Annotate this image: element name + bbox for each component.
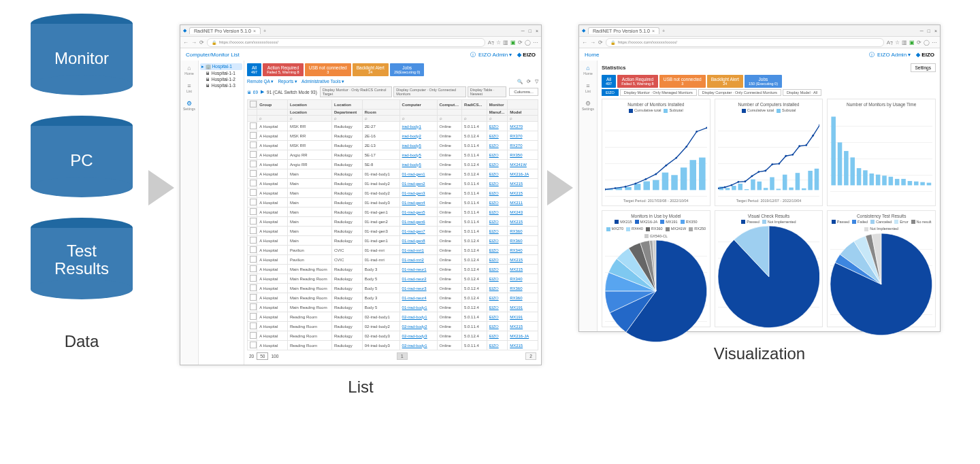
nav-item-list[interactable]: ≡List: [585, 82, 591, 93]
row-checkbox[interactable]: [250, 332, 257, 339]
row-checkbox[interactable]: [250, 322, 257, 329]
cell-link[interactable]: 01-irad-mri2: [402, 258, 424, 262]
nav-forward-icon[interactable]: →: [191, 39, 197, 46]
cell-link[interactable]: EIZO: [489, 296, 499, 300]
extension-icon[interactable]: ▣: [510, 39, 516, 46]
cell-link[interactable]: EIZO: [489, 248, 499, 252]
cell-link[interactable]: MX216-JA: [510, 334, 529, 338]
column-header[interactable]: Monitor: [487, 100, 508, 110]
cell-link[interactable]: 02-irad-body1: [402, 315, 427, 319]
row-checkbox[interactable]: [250, 275, 257, 282]
row-checkbox[interactable]: [250, 256, 257, 263]
column-filter[interactable]: ⌕: [287, 116, 331, 122]
favorite-icon[interactable]: ☆: [496, 39, 501, 46]
row-checkbox[interactable]: [250, 237, 257, 244]
window-close[interactable]: ×: [934, 29, 937, 33]
filter-backlight[interactable]: Backlight Alert24: [353, 63, 389, 76]
window-maximize[interactable]: □: [928, 29, 930, 33]
cell-link[interactable]: 01-irad-gen6: [402, 220, 425, 224]
sync-icon[interactable]: ⟳: [518, 39, 523, 46]
column-filter[interactable]: ⌕: [437, 116, 462, 122]
column-subheader[interactable]: [248, 110, 257, 116]
cell-link[interactable]: 01-irad-gen4: [402, 201, 425, 205]
cell-link[interactable]: MX191: [510, 315, 523, 319]
column-subheader[interactable]: Department: [332, 110, 363, 116]
cell-link[interactable]: 01-irad-gen8: [402, 239, 425, 243]
browser-tab[interactable]: RadiNET Pro Version 5.1.0×: [588, 27, 659, 34]
window-close[interactable]: ×: [536, 29, 538, 33]
cell-link[interactable]: EIZO: [489, 201, 499, 205]
table-row[interactable]: A HospitalMainRadiology01-irad-gen101-ir…: [248, 208, 538, 217]
row-checkbox-cell[interactable]: [248, 160, 257, 169]
row-checkbox-cell[interactable]: [248, 322, 257, 331]
collections-icon[interactable]: ▥: [902, 39, 907, 46]
row-checkbox-cell[interactable]: [248, 141, 257, 150]
nav-back-icon[interactable]: ←: [582, 39, 587, 46]
filter-chip[interactable]: Display Computer · Only Connected Monito…: [393, 86, 466, 97]
column-header[interactable]: Computer: [399, 100, 437, 110]
cell-link[interactable]: EIZO: [489, 125, 499, 129]
cell-link[interactable]: irad-body5: [402, 163, 421, 167]
menu-remote-qa[interactable]: Remote QA ▾: [247, 79, 274, 84]
row-checkbox-cell[interactable]: [248, 331, 257, 341]
cell-link[interactable]: RX270: [510, 144, 522, 148]
window-minimize[interactable]: ─: [920, 29, 924, 33]
cell-link[interactable]: MX215: [510, 191, 523, 195]
table-row[interactable]: A HospitalReading RoomRadiology02-irad-b…: [248, 331, 538, 341]
cell-link[interactable]: irad-body2: [402, 134, 421, 138]
nav-item-list[interactable]: ≡List: [186, 82, 192, 93]
cell-link[interactable]: RX360: [510, 296, 522, 300]
row-checkbox-cell[interactable]: [248, 169, 257, 179]
table-row[interactable]: A HospitalMainRadiology01-irad-gen301-ir…: [248, 227, 538, 236]
filter-chip[interactable]: Display Monitor · Only Managed Monitors: [620, 89, 697, 96]
row-checkbox-cell[interactable]: [248, 274, 257, 284]
user-menu[interactable]: EIZO Admin ▾: [470, 51, 512, 59]
cell-link[interactable]: RX350: [510, 153, 522, 157]
cell-link[interactable]: MX215: [510, 344, 523, 348]
cell-link[interactable]: EIZO: [489, 305, 499, 310]
cell-link[interactable]: MX241W: [510, 163, 527, 167]
row-checkbox[interactable]: [250, 284, 257, 291]
filter-icon[interactable]: ▽: [535, 79, 538, 84]
filter-chip[interactable]: Display Model · All: [783, 89, 821, 96]
collections-icon[interactable]: ▥: [503, 39, 508, 46]
table-row[interactable]: A HospitalReading RoomRadiology02-irad-b…: [248, 312, 538, 322]
cell-link[interactable]: 02-irad-body1: [402, 344, 427, 348]
column-filter[interactable]: ⌕: [332, 116, 363, 122]
row-checkbox[interactable]: [250, 265, 257, 272]
table-row[interactable]: A HospitalMainRadiology01-irad-gen101-ir…: [248, 236, 538, 246]
cell-link[interactable]: irad-body5: [402, 153, 421, 157]
tree-item[interactable]: 🖥 Hospital-1-3: [200, 82, 242, 88]
table-row[interactable]: A HospitalMain Reading RoomRadiologyBody…: [248, 274, 538, 284]
table-row[interactable]: A HospitalMSK RRRadiology2E-27irad-body1…: [248, 122, 538, 131]
tree-item[interactable]: 🖥 Hospital-1-2: [200, 76, 242, 82]
cell-link[interactable]: 01-irad-neur2: [402, 277, 427, 281]
table-row[interactable]: A HospitalMain Reading RoomRadiologyBody…: [248, 284, 538, 293]
page-button-current[interactable]: 1: [397, 352, 408, 360]
cell-link[interactable]: EIZO: [489, 267, 499, 271]
table-row[interactable]: A HospitalMainRadiology01-irad-gen201-ir…: [248, 217, 538, 227]
table-row[interactable]: A HospitalAngio RRRadiology5E-17irad-bod…: [248, 150, 538, 160]
read-aloud-icon[interactable]: A⁊: [887, 39, 893, 46]
column-filter[interactable]: ⌕: [362, 116, 399, 122]
favorite-icon[interactable]: ☆: [895, 39, 900, 46]
row-checkbox[interactable]: [250, 151, 257, 158]
cell-link[interactable]: MX215: [510, 258, 523, 262]
row-checkbox-cell[interactable]: [248, 246, 257, 255]
cell-link[interactable]: EIZO: [489, 153, 499, 157]
row-checkbox-cell[interactable]: [248, 208, 257, 217]
column-subheader[interactable]: [257, 110, 288, 116]
row-checkbox[interactable]: [250, 180, 257, 186]
menu-icon[interactable]: ⋯: [533, 39, 538, 46]
cell-link[interactable]: EIZO: [489, 239, 499, 243]
nav-back-icon[interactable]: ←: [183, 39, 189, 46]
row-checkbox-cell[interactable]: [248, 227, 257, 236]
cell-link[interactable]: RX360: [510, 286, 522, 291]
filter-all[interactable]: All497: [602, 75, 616, 88]
tree-root[interactable]: ▸ 🏢 Hospital-1: [200, 63, 242, 70]
nav-item-settings[interactable]: ⚙Settings: [183, 100, 195, 111]
cell-link[interactable]: EIZO: [489, 315, 499, 319]
column-header[interactable]: Group: [257, 100, 288, 110]
row-checkbox[interactable]: [250, 142, 257, 148]
table-row[interactable]: A HospitalAngio RRRadiology5E-8irad-body…: [248, 160, 538, 169]
